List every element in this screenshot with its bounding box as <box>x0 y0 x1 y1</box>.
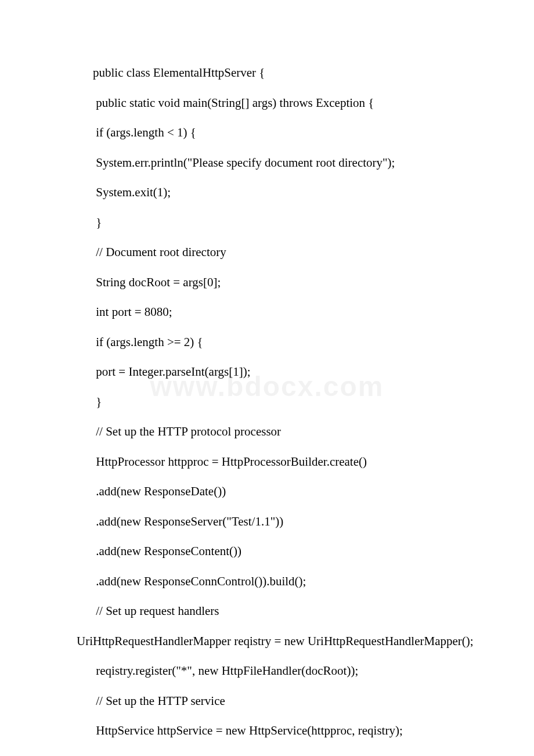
code-line: SSLServerSocketFactory sf = null; <box>52 752 482 757</box>
code-line: HttpService httpService = new HttpServic… <box>52 722 482 740</box>
code-line: System.err.println("Please specify docum… <box>52 154 482 172</box>
code-line: if (args.length < 1) { <box>52 124 482 142</box>
code-line: port = Integer.parseInt(args[1]); <box>52 363 482 381</box>
code-line: // Set up request handlers <box>52 602 482 621</box>
document-page: www.bdocx.com public class ElementalHttp… <box>0 0 534 756</box>
code-line: public class ElementalHttpServer { <box>52 64 482 82</box>
code-line: int port = 8080; <box>52 303 482 322</box>
code-line: System.exit(1); <box>52 183 482 202</box>
code-line: .add(new ResponseServer("Test/1.1")) <box>52 513 482 531</box>
code-line: String docRoot = args[0]; <box>52 273 482 292</box>
code-line: public static void main(String[] args) t… <box>52 94 482 113</box>
code-line: } <box>52 393 482 412</box>
code-line: // Document root directory <box>52 243 482 262</box>
code-line: // Set up the HTTP service <box>52 692 482 711</box>
code-line: // Set up the HTTP protocol processor <box>52 423 482 441</box>
code-line: reqistry.register("*", new HttpFileHandl… <box>52 662 482 681</box>
code-line: } <box>52 214 482 232</box>
code-line: HttpProcessor httpproc = HttpProcessorBu… <box>52 453 482 471</box>
code-line: .add(new ResponseContent()) <box>52 542 482 561</box>
code-line: if (args.length >= 2) { <box>52 333 482 352</box>
code-line: UriHttpRequestHandlerMapper reqistry = n… <box>52 632 482 651</box>
code-line: .add(new ResponseConnControl()).build(); <box>52 573 482 591</box>
code-block: public class ElementalHttpServer { publi… <box>52 64 482 756</box>
code-line: .add(new ResponseDate()) <box>52 483 482 501</box>
